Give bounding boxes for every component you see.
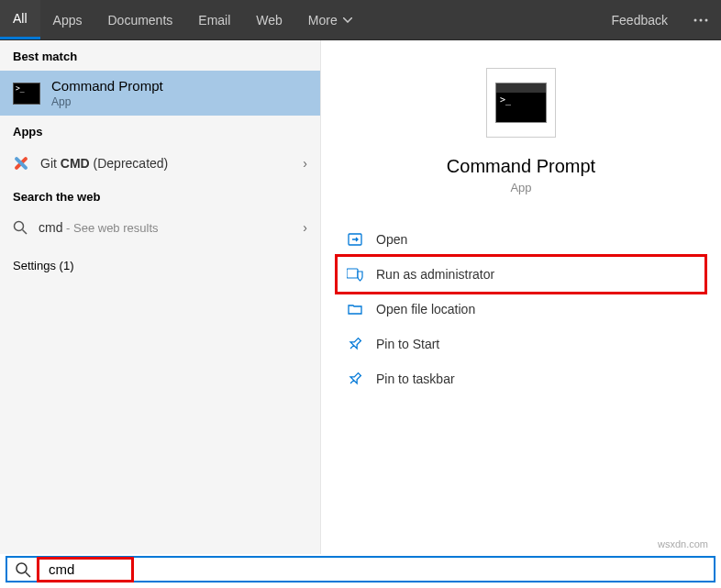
svg-point-2	[705, 18, 708, 21]
best-match-item[interactable]: Command Prompt App	[0, 71, 320, 116]
svg-point-5	[15, 222, 24, 231]
svg-rect-8	[347, 269, 358, 278]
tab-web[interactable]: Web	[243, 0, 295, 39]
tab-more[interactable]: More	[295, 0, 365, 39]
action-pin-to-start[interactable]: Pin to Start	[338, 327, 704, 361]
svg-point-9	[17, 563, 27, 573]
app-result-label: Git CMD (Deprecated)	[40, 156, 168, 171]
search-icon	[13, 220, 28, 235]
search-results-panel: Best match Command Prompt App Apps Git C…	[0, 40, 721, 554]
chevron-right-icon: ›	[303, 156, 307, 171]
pin-icon	[347, 371, 363, 387]
tab-documents[interactable]: Documents	[94, 0, 185, 39]
overflow-menu-button[interactable]	[681, 0, 721, 39]
search-category-tabs: All Apps Documents Email Web More Feedba…	[0, 0, 721, 40]
chevron-down-icon	[343, 17, 352, 23]
search-icon	[13, 560, 33, 580]
git-icon	[13, 155, 29, 172]
results-list: Best match Command Prompt App Apps Git C…	[0, 40, 321, 554]
preview-actions: Open Run as administrator Open file loca…	[321, 222, 721, 396]
svg-point-1	[700, 18, 703, 21]
settings-header[interactable]: Settings (1)	[0, 244, 320, 280]
command-prompt-icon	[13, 83, 40, 105]
preview-title: Command Prompt	[447, 156, 595, 177]
web-result-label: cmd - See web results	[39, 220, 159, 235]
search-input[interactable]	[49, 561, 122, 577]
action-label: Open	[376, 232, 407, 247]
pin-icon	[347, 336, 363, 352]
search-input-highlight	[37, 557, 134, 582]
tab-email[interactable]: Email	[185, 0, 243, 39]
admin-shield-icon	[347, 266, 363, 283]
action-pin-to-taskbar[interactable]: Pin to taskbar	[338, 361, 704, 396]
action-open-file-location[interactable]: Open file location	[338, 292, 704, 327]
svg-point-0	[694, 18, 697, 21]
ellipsis-icon	[693, 18, 708, 22]
best-match-title: Command Prompt	[51, 78, 163, 94]
preview-pane: Command Prompt App Open Run as administr…	[321, 40, 721, 554]
chevron-right-icon: ›	[303, 220, 307, 235]
web-result-item[interactable]: cmd - See web results ›	[0, 211, 320, 244]
action-label: Run as administrator	[376, 267, 494, 282]
action-run-as-administrator[interactable]: Run as administrator	[335, 254, 707, 294]
app-result-git-cmd[interactable]: Git CMD (Deprecated) ›	[0, 146, 320, 181]
apps-header: Apps	[0, 116, 320, 146]
search-web-header: Search the web	[0, 181, 320, 211]
folder-icon	[347, 301, 363, 317]
tab-apps[interactable]: Apps	[40, 0, 95, 39]
command-prompt-icon	[495, 83, 547, 123]
action-label: Pin to taskbar	[376, 372, 455, 386]
action-label: Open file location	[376, 302, 475, 316]
best-match-header: Best match	[0, 40, 320, 71]
open-icon	[347, 231, 363, 248]
action-label: Pin to Start	[376, 337, 439, 351]
svg-line-10	[26, 572, 30, 577]
preview-subtitle: App	[510, 181, 531, 194]
action-open[interactable]: Open	[338, 222, 704, 257]
tab-more-label: More	[308, 13, 338, 28]
tab-all[interactable]: All	[0, 0, 40, 39]
watermark: wsxdn.com	[658, 538, 708, 549]
feedback-button[interactable]: Feedback	[599, 0, 681, 39]
search-bar[interactable]	[6, 556, 715, 582]
preview-icon-container	[486, 68, 556, 138]
best-match-subtitle: App	[51, 95, 163, 108]
svg-line-6	[23, 230, 28, 235]
